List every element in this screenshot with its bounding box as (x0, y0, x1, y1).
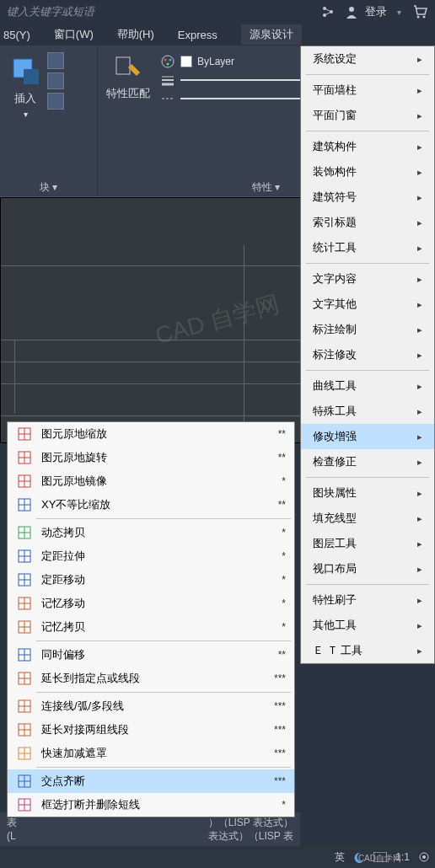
login-label: 登录 (365, 4, 387, 19)
svg-rect-7 (24, 69, 39, 84)
svg-point-9 (162, 56, 174, 67)
menu-item[interactable]: 建筑构件▸ (301, 134, 434, 159)
menu-item[interactable]: 标注绘制▸ (301, 317, 434, 342)
dropdown-icon: ▾ (24, 110, 28, 119)
modify-enhance-submenu: 图元原地缩放**图元原地旋转**图元原地镜像*XY不等比缩放**动态拷贝*定距拉… (7, 421, 295, 443)
match-label: 特性匹配 (106, 88, 150, 99)
cmd-icon (16, 426, 33, 442)
svg-point-12 (167, 63, 169, 66)
cart-icon[interactable] (411, 3, 428, 20)
menu-item[interactable]: 系统设定▸ (301, 46, 434, 72)
linetype-icon (160, 91, 175, 106)
menu-help[interactable]: 帮助(H) (117, 27, 154, 42)
svg-point-11 (169, 59, 172, 62)
insert-button[interactable]: 插入 ▾ (5, 51, 46, 122)
menu-item[interactable]: 特殊工具▸ (301, 399, 434, 424)
svg-point-5 (423, 16, 426, 19)
insert-icon (8, 54, 42, 88)
dropdown-icon: ▾ (397, 8, 401, 17)
share-icon[interactable] (321, 5, 335, 19)
match-icon (113, 54, 143, 84)
search-input[interactable]: 键入关键字或短语 (7, 3, 311, 21)
edit-block-icon[interactable] (47, 72, 64, 89)
menu-item[interactable]: 平面墙柱▸ (301, 78, 434, 103)
color-value: ByLayer (197, 56, 234, 67)
yuanquan-menu: 系统设定▸平面墙柱▸平面门窗▸建筑构件▸装饰构件▸建筑符号▸索引标题▸统计工具▸… (300, 46, 435, 443)
menu-item[interactable]: 装饰构件▸ (301, 159, 434, 185)
panel-block: 插入 ▾ 块 ▾ (0, 46, 98, 196)
menu-bar: 85(Y) 窗口(W) 帮助(H) Express 源泉设计 (0, 24, 435, 46)
user-icon (345, 5, 358, 19)
svg-point-10 (164, 59, 167, 62)
svg-point-3 (349, 7, 354, 12)
panel-title-block[interactable]: 块 ▾ (0, 180, 97, 195)
menu-item[interactable]: 统计工具▸ (301, 235, 434, 260)
menu-yuanquan[interactable]: 源泉设计 (241, 24, 302, 45)
svg-rect-8 (116, 57, 130, 74)
login-button[interactable]: 登录 ▾ (345, 4, 401, 19)
submenu-item[interactable]: 图元原地缩放** (8, 422, 294, 443)
create-block-icon[interactable] (47, 52, 64, 69)
lineweight-icon (160, 72, 175, 88)
color-swatch (180, 56, 192, 67)
insert-label: 插入 (14, 91, 36, 106)
watermark: CAD 自学网 (152, 288, 283, 352)
menu-item[interactable]: 索引标题▸ (301, 210, 434, 235)
menu-window[interactable]: 窗口(W) (54, 27, 94, 42)
menu-item[interactable]: 建筑符号▸ (301, 185, 434, 210)
menu-item[interactable]: 平面门窗▸ (301, 103, 434, 128)
menu-item[interactable]: 标注修改▸ (301, 342, 434, 367)
menu-item[interactable]: 修改增强▸ (301, 424, 434, 443)
title-bar: 键入关键字或短语 登录 ▾ (0, 0, 435, 24)
palette-icon (160, 54, 175, 69)
menu-item[interactable]: 文字内容▸ (301, 266, 434, 292)
menu-express[interactable]: Express (178, 29, 218, 41)
svg-point-4 (417, 16, 420, 19)
match-properties-button[interactable]: 特性匹配 (103, 51, 153, 110)
menu-item[interactable]: 曲线工具▸ (301, 373, 434, 399)
menu-85[interactable]: 85(Y) (3, 29, 30, 41)
menu-item[interactable]: 文字其他▸ (301, 292, 434, 317)
edit-attr-icon[interactable] (47, 93, 64, 110)
